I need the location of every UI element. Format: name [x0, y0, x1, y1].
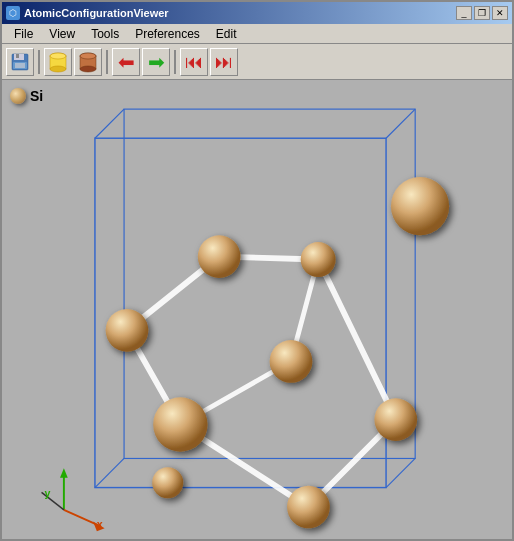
- atom-6: [152, 467, 183, 498]
- app-icon: ⬡: [6, 6, 20, 20]
- svg-point-8: [50, 53, 66, 59]
- svg-point-12: [80, 53, 96, 59]
- atom-4: [270, 340, 313, 383]
- toolbar-separator-2: [106, 50, 108, 74]
- svg-rect-2: [16, 54, 19, 58]
- svg-point-7: [50, 66, 66, 72]
- prev-icon: ⏮: [185, 53, 203, 71]
- back-button[interactable]: ⬅: [112, 48, 140, 76]
- close-button[interactable]: ✕: [492, 6, 508, 20]
- menu-file[interactable]: File: [6, 25, 41, 43]
- atom-1: [198, 235, 241, 278]
- svg-rect-4: [15, 63, 25, 68]
- forward-button[interactable]: ➡: [142, 48, 170, 76]
- rewind-button[interactable]: ⏭: [210, 48, 238, 76]
- scene-svg: y x: [2, 80, 512, 539]
- menu-bar: File View Tools Preferences Edit: [2, 24, 512, 44]
- window-title: AtomicConfigurationViewer: [24, 7, 169, 19]
- canvas-area[interactable]: y x Si: [2, 80, 512, 539]
- back-icon: ⬅: [118, 52, 135, 72]
- svg-line-15: [95, 109, 124, 138]
- toolbar-separator-1: [38, 50, 40, 74]
- atom-9: [391, 177, 449, 235]
- svg-line-17: [386, 458, 415, 487]
- save-icon: [11, 53, 29, 71]
- open-button[interactable]: [44, 48, 72, 76]
- save-button[interactable]: [6, 48, 34, 76]
- prev-button[interactable]: ⏮: [180, 48, 208, 76]
- restore-button[interactable]: ❐: [474, 6, 490, 20]
- svg-marker-28: [60, 468, 68, 478]
- open-icon: [48, 51, 68, 73]
- svg-text:y: y: [44, 487, 50, 499]
- legend: Si: [10, 88, 43, 104]
- menu-tools[interactable]: Tools: [83, 25, 127, 43]
- title-buttons: _ ❐ ✕: [456, 6, 508, 20]
- menu-view[interactable]: View: [41, 25, 83, 43]
- atom-2: [106, 309, 149, 352]
- menu-preferences[interactable]: Preferences: [127, 25, 208, 43]
- forward-icon: ➡: [148, 52, 165, 72]
- legend-symbol: Si: [30, 88, 43, 104]
- atom-3: [153, 397, 207, 451]
- rewind-icon: ⏭: [215, 53, 233, 71]
- title-bar: ⬡ AtomicConfigurationViewer _ ❐ ✕: [2, 2, 512, 24]
- svg-text:x: x: [97, 518, 103, 530]
- title-bar-left: ⬡ AtomicConfigurationViewer: [6, 6, 169, 20]
- legend-atom-sphere: [10, 88, 26, 104]
- minimize-button[interactable]: _: [456, 6, 472, 20]
- svg-line-18: [95, 458, 124, 487]
- atom-5: [301, 242, 336, 277]
- menu-edit[interactable]: Edit: [208, 25, 245, 43]
- atom-8: [374, 398, 417, 441]
- cylinder-button[interactable]: [74, 48, 102, 76]
- atom-7: [287, 486, 330, 529]
- cylinder-icon: [78, 51, 98, 73]
- svg-line-23: [318, 260, 396, 420]
- svg-line-16: [386, 109, 415, 138]
- toolbar-separator-3: [174, 50, 176, 74]
- toolbar: ⬅ ➡ ⏮ ⏭: [2, 44, 512, 80]
- main-window: ⬡ AtomicConfigurationViewer _ ❐ ✕ File V…: [0, 0, 514, 541]
- svg-point-11: [80, 66, 96, 72]
